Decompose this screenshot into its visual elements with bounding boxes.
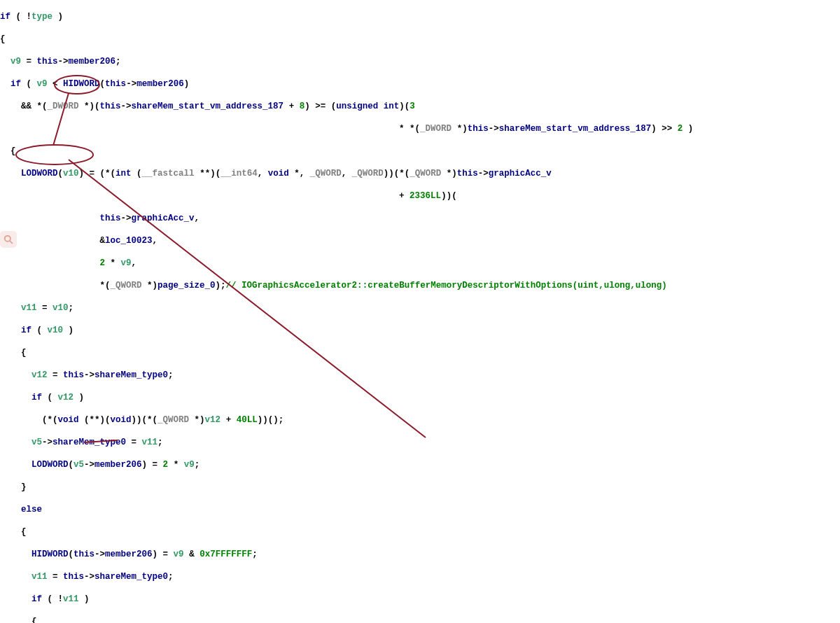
code-line: && *(_DWORD *)(this->shareMem_start_vm_a…	[0, 101, 814, 112]
code-line: v9 = this->member206;	[0, 56, 814, 67]
search-icon[interactable]	[0, 231, 17, 248]
code-line: if ( !type )	[0, 11, 814, 22]
code-line: * *(_DWORD *)this->shareMem_start_vm_add…	[0, 123, 814, 134]
code-line: v11 = v10;	[0, 302, 814, 314]
code-line: LODWORD(v5->member206) = 2 * v9;	[0, 459, 814, 470]
code-line: + 2336LL))(	[0, 190, 814, 202]
code-line: this->graphicAcc_v,	[0, 213, 814, 224]
code-line: }	[0, 482, 814, 493]
code-line: {	[0, 146, 814, 157]
code-line: {	[0, 526, 814, 538]
code-line: v5->shareMem_type0 = v11;	[0, 437, 814, 448]
code-line: if ( v10 )	[0, 325, 814, 336]
code-line: (*(void (**)(void))(*(_QWORD *)v12 + 40L…	[0, 414, 814, 426]
code-line: {	[0, 34, 814, 45]
code-line: {	[0, 616, 814, 623]
code-line: if ( v9 < HIDWORD(this->member206)	[0, 78, 814, 90]
code-line: v11 = this->shareMem_type0;	[0, 571, 814, 582]
svg-point-0	[5, 236, 10, 241]
code-line: if ( v12 )	[0, 392, 814, 403]
code-line: {	[0, 347, 814, 358]
code-line: v12 = this->shareMem_type0;	[0, 370, 814, 381]
code-line: &loc_10023,	[0, 235, 814, 246]
code-line: *(_QWORD *)page_size_0);// IOGraphicsAcc…	[0, 280, 814, 291]
code-line: HIDWORD(this->member206) = v9 & 0x7FFFFF…	[0, 549, 814, 560]
decompiled-code-block: if ( !type ) { v9 = this->member206; if …	[0, 0, 814, 623]
code-line: if ( !v11 )	[0, 594, 814, 605]
code-line: LODWORD(v10) = (*(int (__fastcall **)(__…	[0, 168, 814, 179]
code-line: else	[0, 504, 814, 515]
code-line: 2 * v9,	[0, 258, 814, 269]
svg-line-1	[10, 241, 13, 244]
